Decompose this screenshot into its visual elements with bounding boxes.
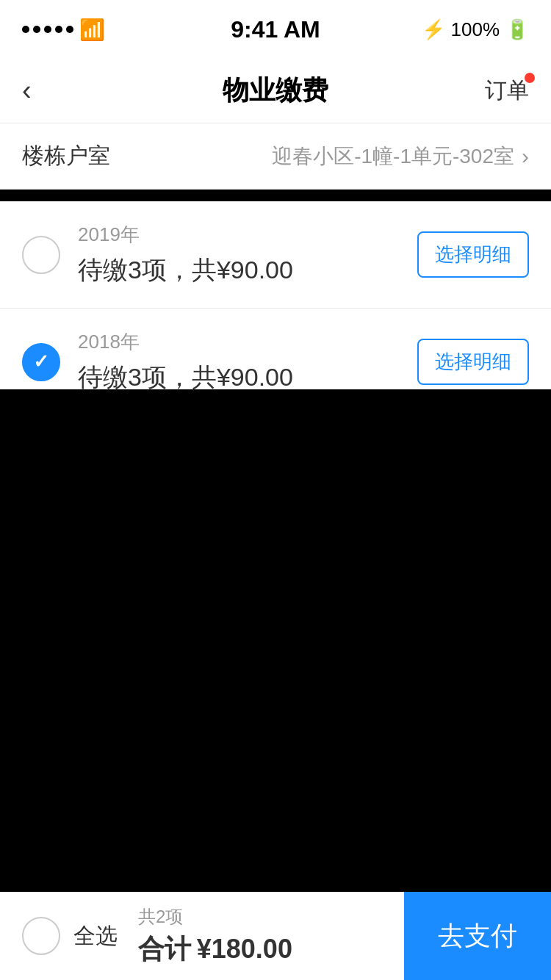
signal-dot-3 bbox=[44, 26, 51, 33]
battery-text: 100% bbox=[451, 18, 500, 41]
battery-icon: 🔋 bbox=[505, 18, 529, 41]
bluetooth-icon: ⚡ bbox=[422, 18, 445, 41]
status-time: 9:41 AM bbox=[231, 16, 320, 43]
total-amount: ¥180.00 bbox=[197, 934, 292, 964]
property-arrow-icon: › bbox=[522, 144, 529, 169]
payment-year-2018: 2018年 bbox=[78, 329, 400, 355]
select-all-checkbox[interactable] bbox=[22, 917, 60, 955]
total-label: 合计 bbox=[138, 934, 191, 964]
signal-dot-5 bbox=[66, 26, 73, 33]
wifi-icon: 📶 bbox=[79, 18, 105, 42]
signal-dots bbox=[22, 26, 73, 33]
payment-item-2019: 2019年 待缴3项，共¥90.00 选择明细 bbox=[0, 201, 551, 309]
signal-dot-1 bbox=[22, 26, 29, 33]
payment-year-2019: 2019年 bbox=[78, 222, 400, 248]
select-detail-button-2018[interactable]: 选择明细 bbox=[417, 339, 529, 385]
payment-info-2018: 2018年 待缴3项，共¥90.00 bbox=[78, 329, 400, 394]
summary-count: 共2项 bbox=[138, 905, 292, 929]
select-detail-button-2019[interactable]: 选择明细 bbox=[417, 231, 529, 278]
pay-button-label: 去支付 bbox=[438, 918, 517, 954]
page-title: 物业缴费 bbox=[223, 73, 328, 109]
signal-dot-4 bbox=[55, 26, 62, 33]
bottom-left-section: 全选 共2项 合计 ¥180.00 bbox=[0, 905, 404, 968]
order-button[interactable]: 订单 bbox=[485, 76, 529, 106]
summary-total: 合计 ¥180.00 bbox=[138, 932, 292, 968]
status-bar: 📶 9:41 AM ⚡ 100% 🔋 bbox=[0, 0, 551, 59]
signal-dot-2 bbox=[33, 26, 40, 33]
background-fill bbox=[0, 389, 551, 892]
checkbox-2018[interactable] bbox=[22, 343, 60, 381]
pay-button[interactable]: 去支付 bbox=[404, 892, 551, 980]
property-value: 迎春小区-1幢-1单元-302室 bbox=[125, 143, 514, 170]
property-label: 楼栋户室 bbox=[22, 141, 125, 171]
back-button[interactable]: ‹ bbox=[22, 75, 66, 107]
bottom-summary: 共2项 合计 ¥180.00 bbox=[138, 905, 292, 968]
order-badge bbox=[525, 73, 535, 83]
property-row[interactable]: 楼栋户室 迎春小区-1幢-1单元-302室 › bbox=[0, 123, 551, 190]
select-all-label: 全选 bbox=[73, 921, 118, 951]
bottom-bar: 全选 共2项 合计 ¥180.00 去支付 bbox=[0, 892, 551, 980]
status-left: 📶 bbox=[22, 18, 105, 42]
status-right: ⚡ 100% 🔋 bbox=[422, 18, 530, 41]
nav-bar: ‹ 物业缴费 订单 bbox=[0, 59, 551, 123]
payment-info-2019: 2019年 待缴3项，共¥90.00 bbox=[78, 222, 400, 287]
section-divider bbox=[0, 190, 551, 201]
checkbox-2019[interactable] bbox=[22, 236, 60, 274]
payment-desc-2019: 待缴3项，共¥90.00 bbox=[78, 253, 400, 287]
